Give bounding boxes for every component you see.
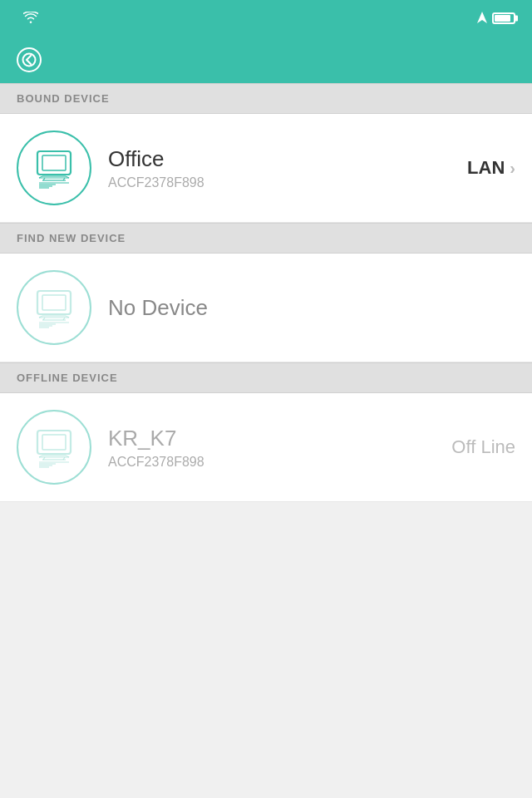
device-mac: ACCF2378F898 [108,175,467,190]
section-bound: OfficeACCF2378F898LAN› [0,114,532,223]
svg-rect-3 [42,155,66,170]
chevron-right-icon: › [510,159,515,178]
sections-container: BOUND DEVICE OfficeACCF2378F898LAN›FIND … [0,83,532,502]
device-name: No Device [108,295,515,321]
svg-point-1 [23,54,36,66]
list-item[interactable]: OfficeACCF2378F898LAN› [0,114,532,223]
bottom-spacer [0,502,532,569]
device-status: Off Line [451,436,515,458]
device-info: KR_K7ACCF2378F898 [108,426,451,470]
device-info: No Device [108,295,515,321]
section-find-new: No Device [0,254,532,362]
location-icon [477,12,487,26]
list-item[interactable]: KR_K7ACCF2378F898Off Line [0,393,532,502]
status-right [477,12,515,26]
device-name: Office [108,146,467,172]
section-header-bound: BOUND DEVICE [0,83,532,114]
wifi-icon [23,12,38,26]
battery-icon [492,12,515,24]
status-bar [0,0,532,37]
device-icon [17,131,91,205]
nav-bar [0,37,532,83]
svg-rect-29 [42,435,66,450]
svg-marker-0 [477,12,487,23]
back-icon [17,47,42,72]
device-info: OfficeACCF2378F898 [108,146,467,190]
status-left [17,12,38,26]
back-button[interactable] [17,47,48,72]
section-offline: KR_K7ACCF2378F898Off Line [0,393,532,502]
device-name: KR_K7 [108,426,451,451]
section-header-find-new: FIND NEW DEVICE [0,223,532,254]
section-header-offline: OFFLINE DEVICE [0,362,532,393]
svg-rect-16 [42,295,66,310]
list-item: No Device [0,254,532,362]
device-mac: ACCF2378F898 [108,455,451,470]
device-icon [17,410,91,485]
device-icon [17,270,91,345]
device-status: LAN› [467,157,515,179]
